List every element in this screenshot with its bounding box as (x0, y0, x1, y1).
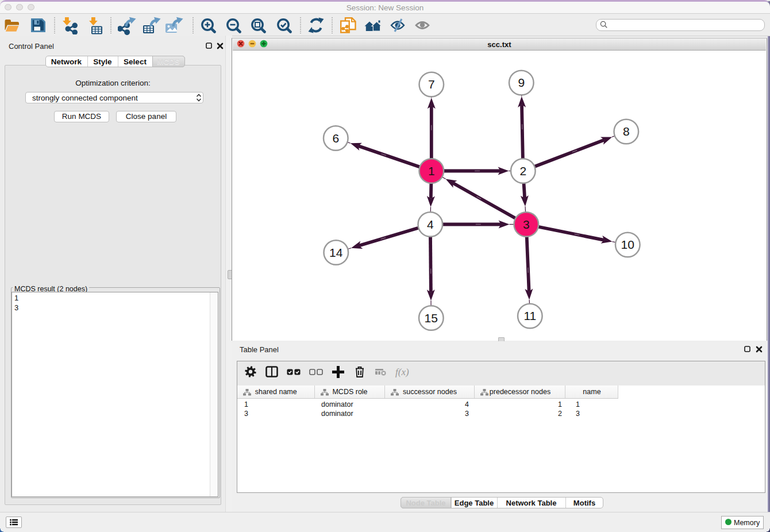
svg-text:10: 10 (621, 238, 634, 251)
svg-text:1: 1 (428, 164, 435, 177)
svg-text:4: 4 (427, 217, 434, 230)
svg-text:11: 11 (523, 309, 536, 322)
svg-text:15: 15 (424, 311, 437, 324)
svg-text:3: 3 (523, 217, 530, 230)
svg-text:14: 14 (329, 245, 343, 259)
svg-text:7: 7 (428, 78, 435, 91)
svg-text:2: 2 (519, 164, 526, 177)
svg-text:8: 8 (623, 125, 630, 138)
svg-text:9: 9 (518, 76, 525, 89)
svg-text:6: 6 (332, 131, 339, 144)
